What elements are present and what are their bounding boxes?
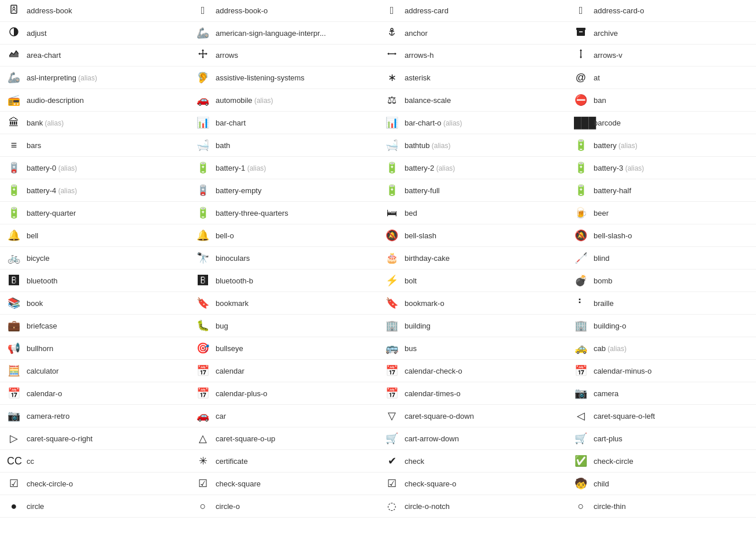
list-item: ≡bars xyxy=(0,134,189,157)
svg-marker-22 xyxy=(580,57,582,58)
address-book-o-icon:  xyxy=(196,5,210,17)
adjust-icon xyxy=(7,27,21,39)
address-card-o-icon:  xyxy=(574,5,588,17)
icon-label: bomb xyxy=(594,276,613,285)
icon-label: bank (alias) xyxy=(27,119,64,127)
check-circle-icon: ✅ xyxy=(574,455,588,467)
list-item: 🔔bell xyxy=(0,224,189,247)
icon-label: bell xyxy=(27,231,38,240)
list-item: 📻audio-description xyxy=(0,89,189,112)
bug-icon: 🐛 xyxy=(196,319,210,332)
list-item: 🧒child xyxy=(567,473,756,495)
svg-marker-15 xyxy=(198,53,200,55)
icon-label: check xyxy=(405,457,424,466)
list-item: 🔭binoculars xyxy=(189,247,378,270)
icon-label: bars xyxy=(27,141,41,150)
list-item: 🎂birthday-cake xyxy=(378,247,567,270)
icon-label: camera-retro xyxy=(27,412,69,420)
icon-label: anchor xyxy=(405,29,428,38)
list-item: 📷camera xyxy=(567,382,756,405)
icon-label: ban xyxy=(594,96,606,105)
icon-label: area-chart xyxy=(27,51,61,60)
camera-retro-icon: 📷 xyxy=(7,409,21,422)
icon-label: calendar-o xyxy=(27,389,62,398)
list-item: ✅check-circle xyxy=(567,450,756,473)
icon-label: blind xyxy=(594,254,609,263)
list-item: 🅱bluetooth-b xyxy=(189,270,378,292)
battery-4-icon: 🔋 xyxy=(7,184,21,197)
icon-label: calendar-plus-o xyxy=(216,389,268,398)
asl-interpreting-icon: 🦾 xyxy=(7,71,21,84)
bar-chart-o-icon: 📊 xyxy=(385,116,399,129)
svg-marker-13 xyxy=(202,49,204,51)
list-item: 🔖bookmark xyxy=(189,292,378,315)
list-item: ○circle-thin xyxy=(567,495,756,518)
cc-icon: CC xyxy=(7,455,21,467)
icon-label: automobile (alias) xyxy=(216,96,273,105)
list-item: 🪫battery-empty xyxy=(189,179,378,202)
list-item: 🔋battery-full xyxy=(378,179,567,202)
list-item: ☑check-circle-o xyxy=(0,473,189,495)
list-item: 🛒cart-plus xyxy=(567,427,756,450)
icon-grid: address-bookaddress-book-oaddress-card… xyxy=(0,0,756,518)
icon-label: american-sign-language-interpr... xyxy=(216,29,326,38)
icon-label: bicycle xyxy=(27,254,50,263)
list-item: 🛒cart-arrow-down xyxy=(378,427,567,450)
binoculars-icon: 🔭 xyxy=(196,252,210,264)
bell-slash-o-icon: 🔕 xyxy=(574,229,588,242)
circle-o-icon: ○ xyxy=(196,500,210,512)
list-item: ●circle xyxy=(0,495,189,518)
list-item: 🚲bicycle xyxy=(0,247,189,270)
icon-label: battery-empty xyxy=(216,186,261,195)
check-circle-o-icon: ☑ xyxy=(7,477,21,490)
icon-label: certificate xyxy=(216,457,248,466)
icon-label: cart-arrow-down xyxy=(405,434,459,443)
icon-label: battery-2 (alias) xyxy=(405,164,455,172)
icon-label: circle-thin xyxy=(594,502,626,511)
list-item: △caret-square-o-up xyxy=(189,427,378,450)
icon-label: calendar-times-o xyxy=(405,389,461,398)
alias-label: (alias) xyxy=(253,97,273,105)
caret-square-o-down-icon: ▽ xyxy=(385,409,399,422)
list-item: 💼briefcase xyxy=(0,315,189,337)
alias-label: (alias) xyxy=(245,164,266,172)
list-item: area-chart xyxy=(0,45,189,67)
list-item: 🛁bathtub (alias) xyxy=(378,134,567,157)
audio-description-icon: 📻 xyxy=(7,94,21,106)
icon-label: asl-interpreting (alias) xyxy=(27,73,97,82)
icon-label: battery-4 (alias) xyxy=(27,186,77,195)
icon-label: calendar xyxy=(216,367,244,375)
svg-marker-19 xyxy=(395,53,396,55)
icon-label: battery-0 (alias) xyxy=(27,164,77,172)
calendar-times-o-icon: 📅 xyxy=(385,387,399,400)
icon-label: bluetooth xyxy=(27,276,58,285)
icon-label: bullhorn xyxy=(27,344,53,353)
caret-square-o-up-icon: △ xyxy=(196,432,210,445)
icon-label: bolt xyxy=(405,276,417,285)
battery-half-icon: 🔋 xyxy=(574,184,588,197)
icon-label: arrows xyxy=(216,51,238,60)
icon-label: battery-1 (alias) xyxy=(216,164,266,172)
arrows-icon xyxy=(196,49,210,61)
list-item: 🚗car xyxy=(189,405,378,427)
blind-icon: 🦯 xyxy=(574,252,588,264)
icon-label: cc xyxy=(27,457,34,466)
list-item: 🛏bed xyxy=(378,202,567,224)
list-item: ⚖balance-scale xyxy=(378,89,567,112)
bath-icon: 🛁 xyxy=(196,139,210,152)
list-item: 📢bullhorn xyxy=(0,337,189,360)
icon-label: binoculars xyxy=(216,254,250,263)
list-item: 📊bar-chart xyxy=(189,112,378,134)
list-item: 🔕bell-slash-o xyxy=(567,224,756,247)
list-item: 💣bomb xyxy=(567,270,756,292)
icon-label: audio-description xyxy=(27,96,84,105)
alias-label: (alias) xyxy=(434,164,455,172)
child-icon: 🧒 xyxy=(574,477,588,490)
list-item: 🧮calculator xyxy=(0,360,189,382)
birthday-cake-icon: 🎂 xyxy=(385,252,399,264)
icon-label: bullseye xyxy=(216,344,243,353)
address-book-icon xyxy=(7,5,21,17)
icon-label: battery-3 (alias) xyxy=(594,164,644,172)
icon-label: bath xyxy=(216,141,230,150)
icon-label: calculator xyxy=(27,367,59,375)
